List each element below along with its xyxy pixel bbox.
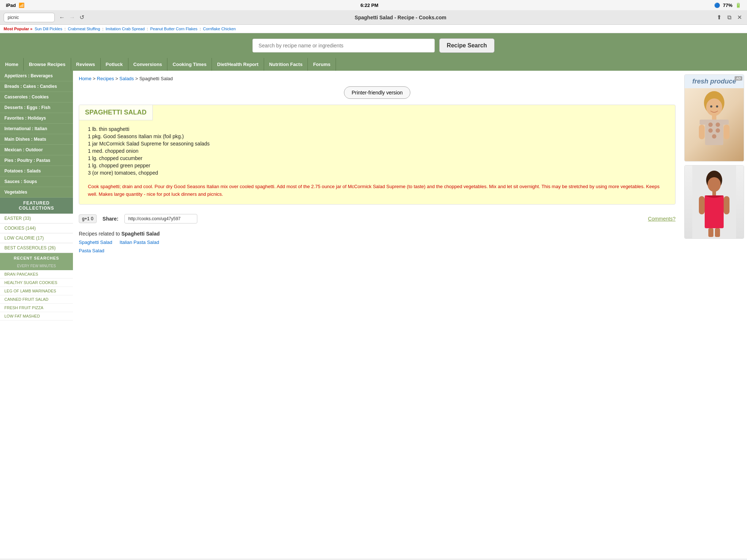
- main-content: Home > Recipes > Salads > Spaghetti Sala…: [73, 71, 681, 261]
- svg-point-9: [716, 128, 720, 133]
- sidebar-cat-vegetables[interactable]: Vegetables: [0, 187, 73, 198]
- address-bar[interactable]: picnic: [4, 13, 55, 22]
- gplus-button[interactable]: g+1 0: [79, 214, 97, 223]
- forward-button[interactable]: →: [68, 13, 77, 22]
- popular-link-2[interactable]: Crabmeat Stuffing: [68, 27, 100, 31]
- recent-search-low-fat-mashed[interactable]: LOW FAT MASHED: [0, 312, 73, 320]
- recent-search-lamb-marinades[interactable]: LEG OF LAMB MARINADES: [0, 287, 73, 295]
- popular-bar: Most Popular » Sun Dill Pickles : Crabme…: [0, 25, 747, 33]
- recent-search-fruit-pizza[interactable]: FRESH FRUIT PIZZA: [0, 304, 73, 312]
- gplus-count: 0: [91, 216, 93, 221]
- back-button[interactable]: ←: [58, 13, 66, 22]
- svg-rect-22: [708, 228, 713, 237]
- gplus-label: g+1: [82, 216, 89, 221]
- breadcrumb-home[interactable]: Home: [79, 76, 92, 81]
- sidebar-categories: Appetizers : Beverages Breads : Cakes : …: [0, 71, 73, 198]
- related-recipe-name: Spaghetti Salad: [121, 231, 160, 237]
- nav-forums[interactable]: Forums: [308, 58, 336, 71]
- sidebar-cat-pies[interactable]: Pies : Poultry : Pastas: [0, 155, 73, 166]
- svg-rect-5: [705, 120, 723, 145]
- search-input[interactable]: [252, 39, 435, 52]
- breadcrumb-current: Spaghetti Salad: [139, 76, 173, 81]
- ad-box-1: fresh produce AD: [684, 74, 744, 162]
- ingredient-1: 1 lb. thin spaghetti: [88, 126, 666, 132]
- svg-rect-12: [721, 120, 729, 125]
- recent-search-sugar-cookies[interactable]: HEALTHY SUGAR COOKIES: [0, 279, 73, 287]
- related-link-italian-pasta[interactable]: Italian Pasta Salad: [120, 240, 159, 245]
- svg-rect-20: [699, 196, 705, 214]
- sidebar-cat-desserts[interactable]: Desserts : Eggs : Fish: [0, 102, 73, 113]
- left-sidebar: Appetizers : Beverages Breads : Cakes : …: [0, 71, 73, 320]
- recent-search-canned-fruit[interactable]: CANNED FRUIT SALAD: [0, 295, 73, 304]
- breadcrumb-sep-3: >: [135, 76, 139, 81]
- battery-icon: 🔋: [735, 3, 741, 8]
- related-link-pasta-salad[interactable]: Pasta Salad: [79, 248, 104, 253]
- popular-link-3[interactable]: Imitation Crab Spread: [106, 27, 145, 31]
- svg-point-8: [708, 128, 713, 133]
- recent-title: RECENT SEARCHES: [4, 256, 69, 260]
- recipe-ingredients: 1 lb. thin spaghetti 1 pkg. Good Seasons…: [79, 120, 675, 183]
- popular-link-1[interactable]: Sun Dill Pickles: [35, 27, 62, 31]
- printer-friendly-button[interactable]: Printer-friendly version: [344, 86, 410, 99]
- ad-text: fresh produce: [692, 78, 736, 85]
- related-link-spaghetti-salad[interactable]: Spaghetti Salad: [79, 240, 112, 245]
- svg-rect-13: [699, 125, 705, 139]
- printer-btn-wrap: Printer-friendly version: [79, 86, 676, 99]
- sidebar-collection-casseroles[interactable]: BEST CASSEROLES (26): [0, 243, 73, 253]
- nav-cooking-times[interactable]: Cooking Times: [167, 58, 212, 71]
- nav-conversions[interactable]: Conversions: [128, 58, 168, 71]
- breadcrumb-salads[interactable]: Salads: [119, 76, 134, 81]
- ad-image-woman-2[interactable]: [685, 166, 744, 238]
- ad-box-2: [684, 165, 744, 239]
- sidebar-cat-potatoes[interactable]: Potatoes : Salads: [0, 166, 73, 176]
- popular-link-5[interactable]: Cornflake Chicken: [203, 27, 236, 31]
- nav-potluck[interactable]: Potluck: [101, 58, 128, 71]
- breadcrumb-sep-1: >: [93, 76, 97, 81]
- sidebar-cat-sauces[interactable]: Sauces : Soups: [0, 176, 73, 187]
- sidebar-cat-international[interactable]: International : Italian: [0, 124, 73, 134]
- nav-nutrition[interactable]: Nutrition Facts: [264, 58, 308, 71]
- recipe-card: SPAGHETTI SALAD 1 lb. thin spaghetti 1 p…: [79, 105, 676, 205]
- svg-point-7: [716, 122, 720, 127]
- sidebar-cat-casseroles[interactable]: Casseroles : Cookies: [0, 92, 73, 102]
- nav-reviews[interactable]: Reviews: [71, 58, 101, 71]
- featured-title: FEATURED: [4, 201, 69, 206]
- sidebar-collection-easter[interactable]: EASTER (33): [0, 214, 73, 223]
- recipe-title: SPAGHETTI SALAD: [79, 105, 153, 120]
- svg-point-2: [710, 105, 712, 108]
- sidebar-cat-breads[interactable]: Breads : Cakes : Candies: [0, 81, 73, 92]
- refresh-button[interactable]: ↺: [78, 12, 86, 22]
- share-url-input[interactable]: [124, 214, 197, 223]
- nav-home[interactable]: Home: [0, 58, 24, 71]
- tab-button[interactable]: ⧉: [726, 13, 733, 22]
- wifi-icon: 📶: [19, 3, 24, 8]
- nav-diet-health[interactable]: Diet/Health Report: [212, 58, 264, 71]
- svg-rect-18: [712, 191, 716, 195]
- status-bar: iPad 📶 6:22 PM 🔵 77% 🔋: [0, 0, 747, 10]
- breadcrumb-recipes[interactable]: Recipes: [97, 76, 114, 81]
- related-links: Spaghetti Salad Italian Pasta Salad: [79, 240, 676, 245]
- popular-link-4[interactable]: Peanut Butter Corn Flakes: [150, 27, 198, 31]
- sidebar-collection-low-calorie[interactable]: LOW CALORIE (17): [0, 233, 73, 243]
- ingredient-2: 1 pkg. Good Seasons Italian mix (foil pk…: [88, 133, 666, 139]
- nav-browse-recipes[interactable]: Browse Recipes: [24, 58, 71, 71]
- sidebar-cat-mexican[interactable]: Mexican : Outdoor: [0, 145, 73, 155]
- sidebar-cat-favorites[interactable]: Favorites : Holidays: [0, 113, 73, 124]
- svg-point-1: [706, 98, 722, 116]
- share-button[interactable]: ⬆: [715, 12, 723, 22]
- breadcrumb-sep-2: >: [115, 76, 119, 81]
- ingredient-5: 1 lg. chopped cucumber: [88, 155, 666, 161]
- svg-rect-19: [705, 195, 724, 228]
- ad-image-woman-1[interactable]: [685, 88, 744, 161]
- sidebar-collection-cookies[interactable]: COOKIES (144): [0, 223, 73, 233]
- sidebar-cat-appetizers[interactable]: Appetizers : Beverages: [0, 71, 73, 81]
- comments-link[interactable]: Comments?: [648, 216, 676, 222]
- related-prefix: Recipes related to: [79, 231, 121, 237]
- search-button[interactable]: Recipe Search: [439, 38, 495, 53]
- close-button[interactable]: ✕: [736, 12, 743, 22]
- recent-search-bran-pancakes[interactable]: BRAN PANCAKES: [0, 270, 73, 279]
- ad-badge: AD: [735, 76, 742, 81]
- sidebar-cat-main-dishes[interactable]: Main Dishes : Meats: [0, 134, 73, 145]
- svg-rect-4: [712, 115, 716, 120]
- main-navigation: Home Browse Recipes Reviews Potluck Conv…: [0, 58, 747, 71]
